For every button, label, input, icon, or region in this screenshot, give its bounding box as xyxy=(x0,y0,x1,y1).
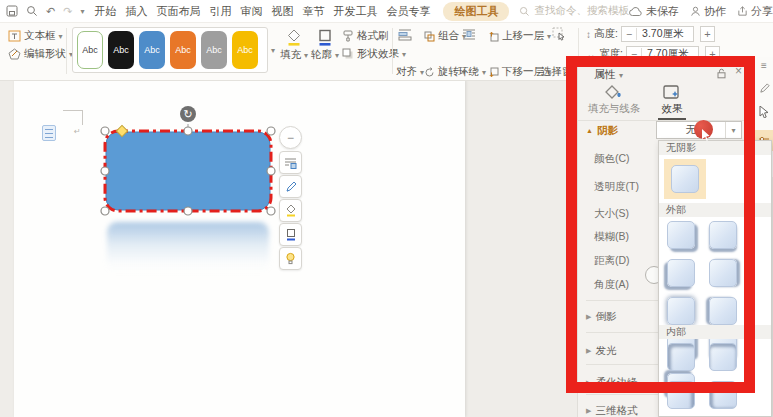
cloud-icon xyxy=(629,6,643,17)
wrap-button[interactable]: 环绕▾ xyxy=(458,65,486,79)
format-painter-icon xyxy=(342,30,354,42)
divider xyxy=(66,28,67,74)
paragraph-mark: ↵ xyxy=(74,127,81,136)
person-icon xyxy=(690,6,701,17)
rotate-icon xyxy=(424,67,435,78)
group-button[interactable]: 组合▾ xyxy=(424,29,466,43)
shape-style-swatch[interactable]: Abc xyxy=(170,31,196,69)
chevron-down-icon: ▾ xyxy=(402,50,406,59)
resize-handle-e[interactable] xyxy=(267,167,275,175)
resize-handle-sw[interactable] xyxy=(101,207,109,215)
menu-dev-tools[interactable]: 开发工具 xyxy=(333,4,377,19)
shape-style-swatch[interactable]: Abc xyxy=(139,31,165,69)
shape-style-swatch[interactable]: Abc xyxy=(201,31,227,69)
shape-reflection xyxy=(107,222,269,274)
shape-effects-icon xyxy=(342,48,354,60)
align-icon[interactable] xyxy=(398,28,412,41)
menu-member[interactable]: 会员专享 xyxy=(386,4,430,19)
height-icon: ↕ xyxy=(586,29,591,40)
height-field-row: ↕ 高度: −3.70厘米 + xyxy=(586,26,715,42)
menu-references[interactable]: 引用 xyxy=(209,4,231,19)
menu-review[interactable]: 审阅 xyxy=(240,4,262,19)
search-input[interactable]: 查找命令、搜索模板 xyxy=(519,4,629,18)
height-plus-button[interactable]: + xyxy=(700,26,715,42)
group-icon xyxy=(424,31,435,42)
bring-forward-icon xyxy=(488,31,499,42)
edit-shape-icon xyxy=(8,48,21,60)
shape-effects-button[interactable]: 形状效果▾ xyxy=(342,47,406,61)
chevron-down-icon[interactable]: ▾ xyxy=(80,7,84,16)
height-stepper[interactable]: −3.70厘米 xyxy=(621,26,694,42)
outline-icon xyxy=(285,228,297,241)
resize-handle-nw[interactable] xyxy=(101,127,109,135)
divider xyxy=(392,28,393,74)
gallery-more-icon[interactable]: ▾ xyxy=(271,46,275,55)
rounded-rectangle-shape[interactable] xyxy=(106,132,270,210)
fill-icon xyxy=(286,28,302,46)
quick-outline-button[interactable] xyxy=(279,223,302,246)
selected-shape-canvas: ↻ xyxy=(95,103,305,223)
redo-icon[interactable]: ↷ xyxy=(63,5,72,18)
shape-style-swatch[interactable]: Abc xyxy=(232,31,258,69)
menu-home[interactable]: 开始 xyxy=(94,4,116,19)
wrap-text-icon[interactable] xyxy=(462,28,476,41)
chevron-down-icon: ▾ xyxy=(335,51,339,60)
textbox-icon xyxy=(8,30,21,42)
resize-handle-ne[interactable] xyxy=(267,127,275,135)
textbox-button[interactable]: 文本框▾ xyxy=(8,29,73,43)
format-painter-button[interactable]: 格式刷 xyxy=(342,29,406,43)
painter-effects-group: 格式刷 形状效果▾ xyxy=(342,29,406,61)
resize-handle-se[interactable] xyxy=(267,207,275,215)
shape-style-swatch[interactable]: Abc xyxy=(77,31,103,69)
menu-insert[interactable]: 插入 xyxy=(125,4,147,19)
resize-handle-s[interactable] xyxy=(184,207,192,215)
send-backward-icon xyxy=(488,67,499,78)
undo-icon[interactable]: ↶ xyxy=(46,5,55,18)
save-status: 未保存 xyxy=(629,4,679,19)
resize-handle-n[interactable] xyxy=(184,127,192,135)
margin-corner-mark xyxy=(63,110,83,125)
search-placeholder: 查找命令、搜索模板 xyxy=(534,4,629,18)
pencil-icon[interactable] xyxy=(759,83,770,94)
menu-section[interactable]: 章节 xyxy=(302,4,324,19)
quick-access-toolbar: ↶ ↷ ▾ xyxy=(0,5,94,18)
search-icon xyxy=(519,6,530,17)
outline-icon xyxy=(317,28,333,46)
object-anchor-icon xyxy=(42,125,56,141)
fill-button[interactable]: 填充▾ xyxy=(280,28,308,62)
height-value[interactable]: 3.70厘米 xyxy=(637,27,693,41)
shape-style-swatch[interactable]: Abc xyxy=(108,31,134,69)
share-icon xyxy=(737,6,748,17)
menu-view[interactable]: 视图 xyxy=(271,4,293,19)
shape-style-gallery: Abc Abc Abc Abc Abc Abc xyxy=(72,27,268,73)
height-minus-button[interactable]: − xyxy=(622,28,637,40)
height-label: 高度: xyxy=(594,27,618,41)
tab-drawing-tools[interactable]: 绘图工具 xyxy=(443,2,509,21)
chevron-down-icon: ▾ xyxy=(59,32,63,41)
triangle-collapsed-icon: ▶ xyxy=(586,407,591,414)
bring-forward-button[interactable]: 上移一层▾ xyxy=(488,29,551,43)
menu-page-layout[interactable]: 页面布局 xyxy=(156,4,200,19)
chevron-down-icon: ▾ xyxy=(547,32,551,41)
save-icon[interactable] xyxy=(6,5,18,17)
print-preview-icon[interactable] xyxy=(26,5,38,17)
handle-icon[interactable]: ≡ xyxy=(761,60,767,71)
chevron-down-icon: ▾ xyxy=(304,51,308,60)
chevron-down-icon: ▾ xyxy=(482,68,486,77)
lightbulb-icon xyxy=(285,252,296,265)
section-3d-format[interactable]: ▶三维格式 xyxy=(586,404,637,417)
title-bar: ↶ ↷ ▾ 开始 插入 页面布局 引用 审阅 视图 章节 开发工具 会员专享 绘… xyxy=(0,0,773,23)
share-button[interactable]: 分享 xyxy=(737,4,773,19)
recommend-button[interactable] xyxy=(279,247,302,270)
selection-pane-icon[interactable] xyxy=(552,27,566,41)
collaborate-button[interactable]: 协作 xyxy=(690,4,726,19)
edit-shape-button[interactable]: 编辑形状▾ xyxy=(8,47,73,61)
outline-button[interactable]: 轮廓▾ xyxy=(311,28,339,62)
select-cursor-icon[interactable] xyxy=(759,106,769,118)
annotation-rectangle xyxy=(566,56,755,393)
rotate-glyph: ↻ xyxy=(183,108,192,120)
resize-handle-w[interactable] xyxy=(101,167,109,175)
align-button[interactable]: 对齐▾ xyxy=(396,65,424,79)
text-tools-group: 文本框▾ 编辑形状▾ xyxy=(8,29,73,61)
